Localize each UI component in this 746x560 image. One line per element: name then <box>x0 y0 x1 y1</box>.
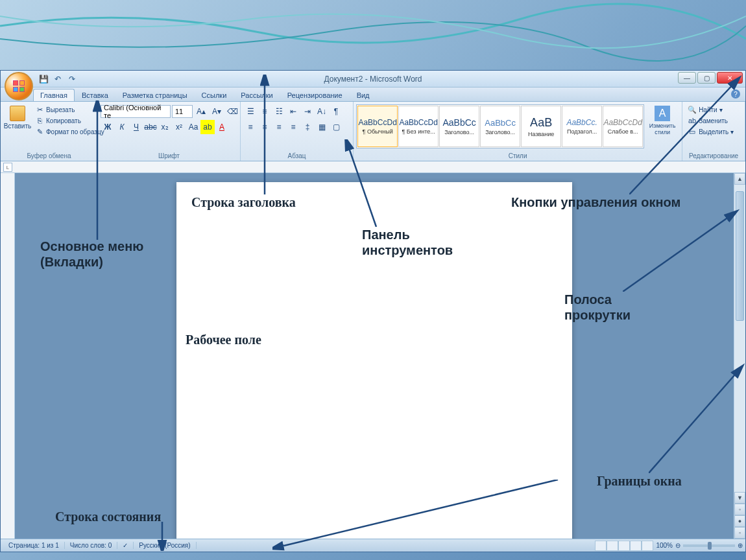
zoom-in-button[interactable]: ⊕ <box>738 542 743 549</box>
justify-button[interactable]: ≡ <box>286 120 300 134</box>
tab-home[interactable]: Главная <box>33 89 75 101</box>
document-page[interactable] <box>176 182 572 539</box>
indent-dec-button[interactable]: ⇤ <box>286 104 300 119</box>
document-area: ▲ ▼ ◦ ● ◦ <box>1 173 745 539</box>
draft-view[interactable] <box>642 541 653 551</box>
style-subtitle[interactable]: AaBbCc.Подзагол... <box>562 106 602 147</box>
superscript-button[interactable]: x² <box>172 120 186 134</box>
close-button[interactable]: ✕ <box>717 72 743 84</box>
grow-font-button[interactable]: A▴ <box>194 104 208 119</box>
borders-button[interactable]: ▢ <box>329 120 343 134</box>
page-status[interactable]: Страница: 1 из 1 <box>3 542 65 549</box>
group-font: Calibri (Основной те 11 A▴ A▾ ⌫ Ж К Ч ab… <box>98 102 241 161</box>
decorative-background <box>0 0 746 71</box>
style-normal[interactable]: AaBbCcDd¶ Обычный <box>357 106 398 147</box>
replace-icon: ab <box>688 116 697 125</box>
shading-button[interactable]: ▦ <box>315 120 329 134</box>
office-button[interactable] <box>5 72 33 100</box>
prev-page-button[interactable]: ◦ <box>734 504 745 515</box>
group-editing: 🔍Найти ▾ abЗаменить ▭Выделить ▾ Редактир… <box>682 102 745 161</box>
style-heading1[interactable]: AaBbCcЗаголово... <box>439 106 479 147</box>
ribbon-tabs: Главная Вставка Разметка страницы Ссылки… <box>1 88 745 102</box>
help-icon[interactable]: ? <box>731 89 740 99</box>
line-spacing-button[interactable]: ‡ <box>300 120 315 134</box>
language-status[interactable]: Русский (Россия) <box>134 542 196 549</box>
undo-button[interactable]: ↶ <box>51 73 64 86</box>
tab-mailings[interactable]: Рассылки <box>234 89 280 101</box>
vertical-ruler[interactable] <box>1 173 15 539</box>
page-container[interactable] <box>15 173 734 539</box>
group-label: Шрифт <box>98 152 240 159</box>
style-title[interactable]: АаВНазвание <box>521 106 561 147</box>
maximize-button[interactable]: ▢ <box>697 72 716 84</box>
status-bar: Страница: 1 из 1 Число слов: 0 ✓ Русский… <box>1 539 745 552</box>
browse-button[interactable]: ● <box>734 515 745 527</box>
align-left-button[interactable]: ≡ <box>243 120 258 134</box>
word-count[interactable]: Число слов: 0 <box>65 542 117 549</box>
change-styles-button[interactable]: A Изменить стили <box>645 104 679 137</box>
italic-button[interactable]: К <box>115 120 129 134</box>
web-layout-view[interactable] <box>618 541 630 551</box>
style-heading2[interactable]: AaBbCcЗаголово... <box>480 106 520 147</box>
scroll-down-button[interactable]: ▼ <box>734 492 745 504</box>
highlight-button[interactable]: ab <box>200 120 215 134</box>
copy-icon: ⎘ <box>35 116 44 125</box>
styles-gallery[interactable]: AaBbCcDd¶ Обычный AaBbCcDd¶ Без инте... … <box>356 104 644 148</box>
bold-button[interactable]: Ж <box>101 120 115 134</box>
tab-page-layout[interactable]: Разметка страницы <box>115 89 195 101</box>
style-no-spacing[interactable]: AaBbCcDd¶ Без инте... <box>398 106 439 147</box>
shrink-font-button[interactable]: A▾ <box>210 104 224 119</box>
replace-button[interactable]: abЗаменить <box>685 115 736 126</box>
align-center-button[interactable]: ≡ <box>258 120 272 134</box>
vertical-scrollbar[interactable]: ▲ ▼ ◦ ● ◦ <box>734 173 745 539</box>
scissors-icon: ✂ <box>35 105 44 114</box>
minimize-button[interactable]: — <box>678 72 696 84</box>
scroll-track[interactable] <box>734 185 745 492</box>
paste-button[interactable]: Вставить <box>3 104 32 131</box>
zoom-thumb[interactable] <box>708 542 712 550</box>
select-icon: ▭ <box>688 127 697 136</box>
show-marks-button[interactable]: ¶ <box>329 104 343 119</box>
redo-button[interactable]: ↷ <box>66 73 78 86</box>
spell-check-icon[interactable]: ✓ <box>117 542 134 549</box>
next-page-button[interactable]: ◦ <box>734 527 745 539</box>
ruler-corner[interactable]: L <box>3 163 12 172</box>
underline-button[interactable]: Ч <box>129 120 143 134</box>
bullets-button[interactable]: ☰ <box>243 104 258 119</box>
select-button[interactable]: ▭Выделить ▾ <box>685 126 736 137</box>
zoom-slider[interactable] <box>683 544 735 547</box>
word-window: 💾 ↶ ↷ Документ2 - Microsoft Word — ▢ ✕ Г… <box>0 70 746 552</box>
indent-inc-button[interactable]: ⇥ <box>300 104 315 119</box>
zoom-level[interactable]: 100% <box>656 542 673 549</box>
cut-button[interactable]: ✂Вырезать <box>33 104 106 115</box>
strike-button[interactable]: abc <box>143 120 158 134</box>
font-name-combo[interactable]: Calibri (Основной те <box>101 105 171 118</box>
outline-view[interactable] <box>630 541 642 551</box>
tab-review[interactable]: Рецензирование <box>280 89 350 101</box>
change-case-button[interactable]: Aa <box>186 120 200 134</box>
group-label: Редактирование <box>682 152 745 159</box>
tab-references[interactable]: Ссылки <box>195 89 234 101</box>
align-right-button[interactable]: ≡ <box>272 120 286 134</box>
print-layout-view[interactable] <box>595 541 607 551</box>
find-button[interactable]: 🔍Найти ▾ <box>685 104 736 115</box>
save-button[interactable]: 💾 <box>37 73 50 86</box>
subscript-button[interactable]: x₂ <box>158 120 172 134</box>
full-screen-view[interactable] <box>607 541 618 551</box>
font-size-combo[interactable]: 11 <box>172 105 193 118</box>
font-color-button[interactable]: A <box>215 120 229 134</box>
style-subtle[interactable]: AaBbCcDdСлабое в... <box>603 106 643 147</box>
tab-view[interactable]: Вид <box>350 89 377 101</box>
zoom-out-button[interactable]: ⊖ <box>675 542 680 549</box>
sort-button[interactable]: A↓ <box>315 104 329 119</box>
scroll-up-button[interactable]: ▲ <box>734 173 745 185</box>
scroll-thumb[interactable] <box>736 191 744 321</box>
horizontal-ruler[interactable]: L <box>1 161 745 173</box>
format-painter-button[interactable]: ✎Формат по образцу <box>33 126 106 137</box>
multilevel-button[interactable]: ☷ <box>272 104 286 119</box>
numbering-button[interactable]: ≡ <box>258 104 272 119</box>
copy-button[interactable]: ⎘Копировать <box>33 115 106 126</box>
clear-format-button[interactable]: ⌫ <box>225 104 239 119</box>
tab-insert[interactable]: Вставка <box>75 89 115 101</box>
group-label: Буфер обмена <box>1 152 97 159</box>
